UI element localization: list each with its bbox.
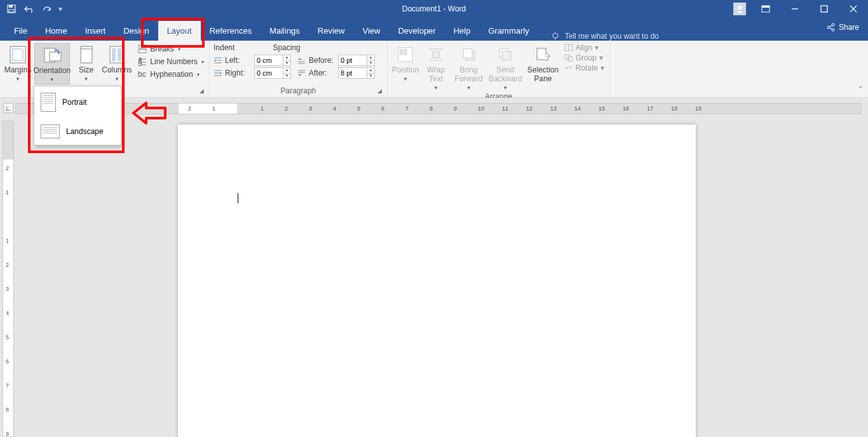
margins-icon (8, 44, 28, 65)
save-button[interactable] (4, 2, 19, 16)
position-button: Position▼ (391, 43, 419, 83)
group-arrange: Position▼ Wrap Text▼ Bring Forward▼ Send… (388, 41, 610, 97)
svg-point-10 (553, 33, 558, 38)
ribbon-tabs: File Home Insert Design Layout Reference… (0, 18, 868, 41)
tab-grammarly[interactable]: Grammarly (479, 21, 538, 41)
spacing-after-input[interactable]: ▲▼ (338, 67, 375, 79)
bring-forward-button: Bring Forward▼ (452, 43, 485, 92)
account-button[interactable] (728, 0, 751, 18)
landscape-icon (41, 124, 60, 138)
hyphenation-button[interactable]: bc Hyphenation▾ (136, 69, 205, 80)
svg-rect-27 (139, 50, 146, 53)
spacing-before-input[interactable]: ▲▼ (338, 55, 375, 66)
breaks-icon (137, 44, 147, 54)
position-icon (395, 44, 416, 65)
tab-developer[interactable]: Developer (389, 21, 444, 41)
orientation-portrait[interactable]: Portrait (34, 86, 121, 118)
horizontal-ruler[interactable]: 1234567891011121314151617181912 (15, 103, 862, 114)
svg-line-15 (829, 25, 832, 27)
tab-file[interactable]: File (5, 21, 36, 41)
ribbon: Margins▼ Orientation▼ Size▼ Columns▼ (0, 41, 868, 98)
orientation-menu: Portrait Landscape (34, 86, 121, 145)
breaks-button[interactable]: Breaks▾ (136, 43, 205, 55)
svg-rect-20 (50, 52, 61, 61)
svg-rect-47 (433, 51, 439, 58)
size-icon (76, 44, 97, 65)
tab-help[interactable]: Help (445, 21, 480, 41)
svg-rect-5 (762, 6, 770, 8)
tell-me-search[interactable]: Tell me what you want to do (551, 32, 659, 41)
bring-forward-icon (459, 44, 479, 65)
redo-button[interactable] (39, 2, 55, 16)
svg-rect-51 (463, 49, 472, 58)
qat-customize[interactable]: ▾ (57, 4, 64, 13)
ribbon-display-button[interactable] (751, 0, 780, 18)
svg-rect-1 (9, 5, 13, 8)
portrait-icon (41, 93, 56, 112)
align-icon (564, 44, 573, 51)
svg-text:bc: bc (138, 70, 146, 79)
tab-view[interactable]: View (353, 21, 389, 41)
tab-design[interactable]: Design (114, 21, 158, 41)
window-controls (728, 0, 868, 18)
share-icon (826, 23, 835, 32)
tab-mailings[interactable]: Mailings (261, 21, 309, 41)
svg-line-16 (829, 28, 832, 29)
svg-rect-24 (112, 48, 116, 61)
page-setup-launcher[interactable]: ◢ (198, 88, 205, 95)
svg-rect-2 (9, 10, 14, 12)
maximize-button[interactable] (810, 0, 839, 18)
svg-rect-54 (537, 48, 546, 60)
rotate-icon (564, 64, 573, 72)
columns-button[interactable]: Columns▼ (103, 43, 132, 83)
collapse-ribbon-button[interactable]: ⌃ (858, 85, 863, 92)
undo-button[interactable] (22, 2, 37, 16)
tab-references[interactable]: References (201, 21, 261, 41)
hyphenation-icon: bc (137, 69, 147, 79)
wrap-text-icon (426, 44, 446, 65)
svg-rect-46 (400, 50, 407, 55)
group-button: Group▾ (563, 53, 606, 62)
align-button: Align▾ (563, 43, 606, 52)
user-icon (733, 3, 746, 15)
orientation-landscape[interactable]: Landscape (34, 118, 121, 145)
text-cursor (238, 193, 238, 203)
tab-layout[interactable]: Layout (158, 21, 201, 41)
group-icon (564, 54, 573, 62)
indent-left-input[interactable]: ▲▼ (254, 55, 291, 66)
spacing-before-icon (297, 57, 306, 64)
lightbulb-icon (551, 32, 560, 41)
selection-pane-icon (533, 44, 553, 65)
group-paragraph: Indent Spacing Left: ▲▼ Right: ▲▼ (210, 41, 388, 97)
indent-left-icon (214, 57, 222, 64)
tab-home[interactable]: Home (36, 21, 76, 41)
paragraph-launcher[interactable]: ◢ (376, 88, 383, 95)
vertical-ruler[interactable]: 1234567891012 (3, 121, 14, 437)
svg-rect-53 (502, 51, 511, 60)
indent-right-input[interactable]: ▲▼ (254, 67, 291, 79)
minimize-button[interactable] (780, 0, 810, 18)
wrap-text-button: Wrap Text▼ (422, 43, 450, 92)
rotate-button: Rotate▾ (563, 64, 606, 72)
svg-rect-26 (139, 45, 146, 48)
svg-rect-25 (118, 48, 121, 61)
tab-stop-selector[interactable]: ∟ (3, 103, 13, 113)
window-title: Document1 - Word (402, 4, 466, 13)
line-numbers-button[interactable]: 123 Line Numbers▾ (136, 56, 205, 67)
spacing-after-icon (297, 69, 306, 77)
document-page[interactable] (178, 124, 696, 437)
close-button[interactable] (839, 0, 868, 18)
columns-icon (107, 44, 127, 65)
share-button[interactable]: Share (826, 23, 859, 32)
size-button[interactable]: Size▼ (72, 43, 100, 83)
indent-right-icon (214, 69, 222, 77)
svg-point-3 (738, 6, 742, 10)
orientation-button[interactable]: Orientation▼ (34, 43, 70, 84)
selection-pane-button[interactable]: Selection Pane (526, 43, 560, 85)
tab-insert[interactable]: Insert (76, 21, 115, 41)
tab-review[interactable]: Review (309, 21, 354, 41)
title-bar: ▾ Document1 - Word (0, 0, 868, 18)
document-area: ∟ 1234567891011121314151617181912 123456… (0, 98, 868, 437)
send-backward-button: Send Backward▼ (487, 43, 523, 92)
margins-button[interactable]: Margins▼ (4, 43, 32, 83)
